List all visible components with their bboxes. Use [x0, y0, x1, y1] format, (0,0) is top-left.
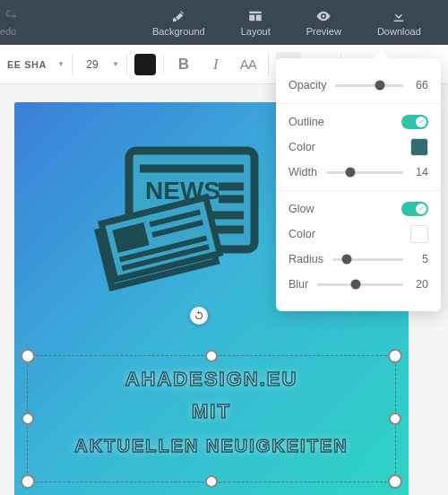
opacity-label: Opacity — [289, 79, 326, 91]
chevron-down-icon: ▼ — [57, 60, 65, 68]
outline-label: Outline — [289, 116, 324, 128]
outline-toggle[interactable] — [401, 115, 428, 129]
resize-handle-t[interactable] — [205, 350, 218, 362]
resize-handle-bl[interactable] — [21, 474, 35, 489]
top-menu-bar: edo Background Layout Preview Download — [0, 0, 448, 45]
background-button[interactable]: Background — [152, 8, 205, 37]
glow-blur-row: Blur 20 — [289, 275, 428, 293]
divider — [72, 54, 73, 75]
italic-button[interactable]: I — [203, 52, 228, 77]
glow-radius-row: Radius 5 — [289, 250, 428, 268]
outline-row: Outline — [289, 113, 428, 131]
outline-color-swatch[interactable] — [410, 138, 428, 156]
font-family-select[interactable]: EE SHA — [4, 56, 50, 74]
opacity-slider[interactable] — [335, 84, 403, 87]
glow-radius-slider[interactable] — [332, 258, 403, 261]
glow-color-label: Color — [289, 228, 315, 240]
glow-row: Glow — [289, 200, 428, 218]
divider — [276, 190, 441, 191]
outline-color-row: Color — [289, 138, 428, 156]
resize-handle-r[interactable] — [389, 412, 401, 425]
redo-button[interactable]: edo — [2, 8, 18, 37]
outline-width-label: Width — [289, 166, 317, 178]
glow-blur-label: Blur — [289, 278, 308, 291]
glow-color-swatch[interactable] — [410, 225, 428, 243]
redo-label: edo — [0, 26, 16, 37]
glow-blur-slider[interactable] — [317, 283, 403, 286]
preview-button[interactable]: Preview — [306, 8, 341, 37]
resize-handle-l[interactable] — [22, 412, 34, 425]
resize-handle-tl[interactable] — [21, 349, 35, 363]
divider — [126, 54, 127, 75]
outline-width-row: Width 14 — [289, 163, 428, 181]
newspaper-graphic[interactable]: NEWS — [86, 135, 265, 314]
font-size-input[interactable]: 29 — [80, 58, 105, 71]
divider — [163, 54, 164, 75]
outline-color-label: Color — [289, 141, 315, 153]
bold-button[interactable]: B — [171, 52, 196, 77]
glow-blur-value: 20 — [412, 278, 428, 291]
resize-handle-tr[interactable] — [388, 349, 402, 363]
glow-color-row: Color — [289, 225, 428, 243]
opacity-value: 66 — [412, 79, 428, 91]
glow-toggle[interactable] — [401, 202, 428, 216]
download-button[interactable]: Download — [377, 8, 421, 37]
divider — [268, 54, 269, 75]
text-color-swatch[interactable] — [134, 54, 156, 75]
uppercase-button[interactable]: AA — [236, 52, 261, 77]
outline-width-slider[interactable] — [326, 171, 403, 174]
effects-panel: Opacity 66 Outline Color Width 14 Glow C… — [276, 58, 441, 311]
outline-width-value: 14 — [412, 166, 428, 178]
opacity-row: Opacity 66 — [289, 76, 428, 94]
rotate-handle[interactable] — [190, 307, 208, 325]
text-selection-box[interactable] — [27, 355, 396, 482]
layout-button[interactable]: Layout — [241, 8, 271, 37]
resize-handle-br[interactable] — [388, 474, 402, 489]
glow-label: Glow — [289, 203, 314, 215]
glow-radius-label: Radius — [289, 253, 323, 265]
glow-radius-value: 5 — [412, 253, 428, 265]
divider — [276, 103, 441, 104]
resize-handle-b[interactable] — [205, 475, 218, 488]
chevron-down-icon: ▼ — [112, 60, 119, 68]
